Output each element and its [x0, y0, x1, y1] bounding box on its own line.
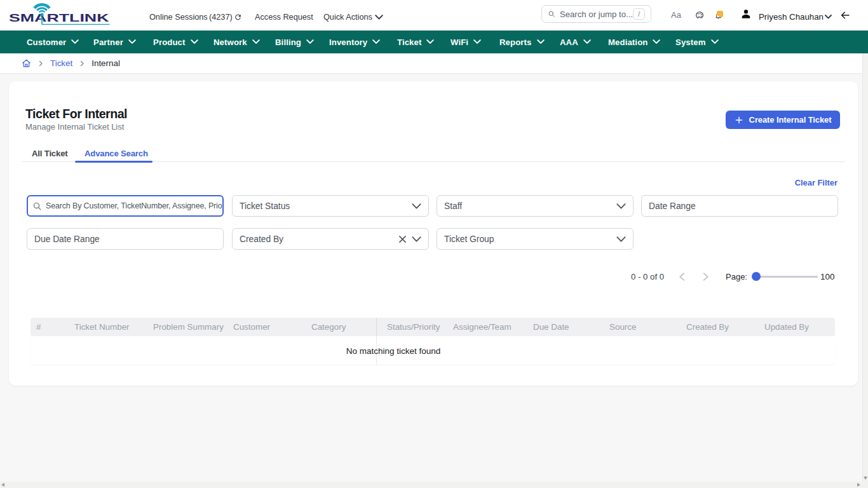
ticket-search-input[interactable]: Search By Customer, TicketNumber, Assign…	[27, 195, 224, 217]
scroll-down-arrow-icon[interactable]	[864, 477, 867, 480]
nav-item-inventory[interactable]: Inventory	[329, 30, 380, 53]
back-arrow-button[interactable]	[839, 10, 850, 20]
nav-item-wifi[interactable]: WiFi	[451, 30, 481, 53]
ticket-group-select[interactable]: Ticket Group	[437, 228, 634, 250]
app-root: SMARTLINK Online Sessions (4237) Access …	[0, 0, 868, 488]
create-button-label: Create Internal Ticket	[749, 115, 832, 125]
nav-item-mediation[interactable]: Mediation	[608, 30, 660, 53]
due-date-range-input[interactable]: Due Date Range	[27, 228, 224, 250]
column-header-index[interactable]: #	[31, 322, 69, 332]
search-shortcut-badge: /	[633, 8, 645, 20]
global-search-input[interactable]: Search or jump to... /	[541, 5, 651, 23]
nav-item-ticket[interactable]: Ticket	[397, 30, 434, 53]
refresh-icon[interactable]	[234, 13, 242, 22]
smartlink-logo[interactable]: SMARTLINK	[9, 0, 111, 27]
chevron-down-icon	[473, 39, 481, 44]
column-header-ticket-number[interactable]: Ticket Number	[69, 322, 147, 332]
column-header-created-by[interactable]: Created By	[681, 322, 759, 332]
column-header-assignee-team[interactable]: Assignee/Team	[447, 322, 527, 332]
tab-all-ticket[interactable]: All Ticket	[32, 145, 67, 161]
user-avatar-icon[interactable]	[740, 8, 752, 20]
staff-select[interactable]: Staff	[437, 195, 634, 217]
access-request-label: Access Request	[255, 13, 313, 22]
chevron-left-icon	[679, 273, 685, 281]
pagination-prev-button[interactable]	[676, 271, 688, 282]
page-title: Ticket For Internal	[25, 107, 127, 121]
breadcrumb: Ticket Internal	[0, 53, 862, 73]
chevron-down-icon	[191, 39, 198, 44]
date-range-input[interactable]: Date Range	[641, 195, 838, 217]
pagination-next-button[interactable]	[700, 271, 712, 282]
scroll-right-arrow-icon[interactable]	[857, 483, 860, 487]
horizontal-scrollbar[interactable]	[0, 482, 868, 488]
created-by-select[interactable]: Created By	[232, 228, 429, 250]
global-search-placeholder: Search or jump to...	[560, 10, 633, 19]
breadcrumb-link-ticket[interactable]: Ticket	[50, 58, 72, 68]
create-internal-ticket-button[interactable]: Create Internal Ticket	[726, 111, 840, 129]
online-sessions-label: Online Sessions	[149, 13, 208, 22]
top-header: SMARTLINK Online Sessions (4237) Access …	[0, 0, 868, 30]
online-sessions[interactable]: Online Sessions (4237)	[149, 2, 245, 32]
page-size-slider-thumb[interactable]	[752, 272, 761, 281]
chevron-down-icon	[537, 39, 545, 44]
plus-icon	[735, 116, 743, 125]
breadcrumb-current: Internal	[92, 58, 120, 68]
ticket-search-placeholder: Search By Customer, TicketNumber, Assign…	[46, 201, 222, 210]
page-size-slider-track[interactable]	[752, 276, 818, 278]
nav-item-customer[interactable]: Customer	[27, 30, 79, 53]
page-size-value: 100	[820, 272, 834, 281]
column-header-customer[interactable]: Customer	[227, 322, 306, 332]
nav-item-aaa[interactable]: AAA	[560, 30, 591, 53]
user-menu[interactable]: Priyesh Chauhan	[759, 1, 832, 32]
quick-actions[interactable]: Quick Actions	[323, 2, 383, 32]
breadcrumb-separator-icon	[78, 60, 86, 67]
nav-item-label: Inventory	[329, 37, 367, 47]
content-card: Ticket For Internal Manage Internal Tick…	[9, 81, 858, 386]
main-navbar: CustomerPartnerProductNetworkBillingInve…	[0, 30, 868, 53]
column-header-updated-by[interactable]: Updated By	[759, 322, 835, 332]
nav-item-partner[interactable]: Partner	[93, 30, 136, 53]
notification-badge	[717, 11, 723, 17]
tab-bar: All Ticket Advance Search	[22, 145, 845, 162]
tab-advance-search[interactable]: Advance Search	[85, 145, 148, 161]
theme-palette-icon[interactable]	[695, 11, 704, 20]
quick-actions-label: Quick Actions	[323, 13, 372, 22]
nav-item-product[interactable]: Product	[153, 30, 198, 53]
column-header-category[interactable]: Category	[306, 322, 376, 332]
nav-item-label: Mediation	[608, 37, 648, 47]
online-sessions-count: (4237)	[209, 13, 233, 22]
column-header-problem-summary[interactable]: Problem Summary	[147, 322, 227, 332]
vertical-scrollbar[interactable]	[862, 53, 868, 482]
nav-item-network[interactable]: Network	[214, 30, 260, 53]
chevron-down-icon	[412, 236, 421, 242]
chevron-down-icon	[71, 39, 79, 44]
font-size-toggle[interactable]: Aa	[668, 9, 684, 20]
nav-item-label: Partner	[93, 37, 123, 47]
nav-item-reports[interactable]: Reports	[499, 30, 545, 53]
clear-filter-link[interactable]: Clear Filter	[795, 178, 837, 187]
empty-state-text: No matching ticket found	[346, 346, 441, 355]
chevron-down-icon	[711, 39, 719, 44]
nav-item-label: Customer	[27, 37, 66, 47]
nav-item-label: Ticket	[397, 37, 421, 47]
nav-item-system[interactable]: System	[675, 30, 719, 53]
column-header-status-priority[interactable]: Status/Priority	[376, 322, 447, 332]
breadcrumb-home-icon[interactable]	[22, 58, 31, 68]
active-tab-underline	[75, 161, 153, 163]
access-request[interactable]: Access Request	[255, 2, 313, 32]
column-header-source[interactable]: Source	[604, 322, 681, 332]
chevron-down-icon	[252, 39, 260, 44]
nav-item-billing[interactable]: Billing	[275, 30, 314, 53]
nav-item-label: AAA	[560, 37, 578, 47]
clear-icon[interactable]	[399, 236, 406, 243]
notifications-button[interactable]	[714, 10, 724, 20]
ticket-group-label: Ticket Group	[444, 234, 616, 244]
logo-text: SMARTLINK	[9, 12, 109, 24]
search-icon	[548, 10, 555, 18]
chevron-down-icon	[616, 203, 626, 209]
scroll-left-arrow-icon[interactable]	[1, 483, 4, 487]
column-header-due-date[interactable]: Due Date	[527, 322, 604, 332]
chevron-down-icon	[616, 236, 626, 242]
ticket-status-select[interactable]: Ticket Status	[232, 195, 429, 217]
chevron-down-icon	[306, 39, 314, 44]
